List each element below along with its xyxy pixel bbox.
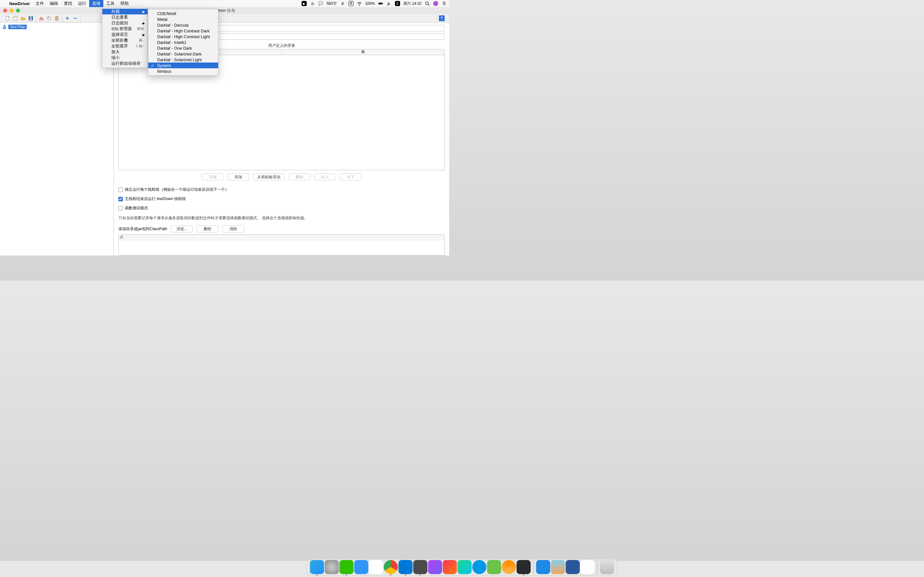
mi-zoomin[interactable]: 放大 <box>102 49 148 55</box>
themes-submenu: CDE/Motif Metal Darklaf - Darcula Darkla… <box>148 9 218 76</box>
paste-icon[interactable] <box>53 15 60 21</box>
menu-find[interactable]: 查找 <box>61 0 75 7</box>
sogou-icon[interactable]: S <box>395 1 400 6</box>
up-button[interactable]: 向上 <box>314 173 336 181</box>
theme-intellij[interactable]: Darklaf - IntelliJ <box>148 39 218 45</box>
check-independent[interactable]: 独立运行每个线程组（例如在一个组运行结束后启动下一个） <box>118 187 445 192</box>
theme-system[interactable]: ✓System <box>148 63 218 68</box>
svg-rect-6 <box>13 16 17 20</box>
tree-root-label: Test Plan <box>8 25 27 29</box>
options-dropdown: 外观▶ 日志查看 日志级别▶ SSL管理器⌘M 选择语言▶ 全部折叠⌘- 全部展… <box>102 7 148 68</box>
mi-logview[interactable]: 日志查看 <box>102 15 148 20</box>
svg-rect-16 <box>55 17 58 20</box>
clock[interactable]: 周六 14:32 <box>403 1 422 6</box>
collapse-icon[interactable] <box>72 15 78 21</box>
svg-rect-5 <box>6 16 9 20</box>
lib-table[interactable]: 库 <box>118 234 445 255</box>
titlebar: JMeter (5.5) <box>0 7 449 14</box>
mi-expand[interactable]: 全部展开⇧⌘- <box>102 43 148 49</box>
mi-autosave[interactable]: 运行前自动保存 <box>102 61 148 66</box>
add-clipboard-button[interactable]: 从剪贴板添加 <box>253 173 284 181</box>
lib-header: 库 <box>119 235 444 240</box>
cp-delete-button[interactable]: 删除 <box>197 226 218 232</box>
menubar-appname[interactable]: NewDriver <box>6 0 33 7</box>
down-button[interactable]: 向下 <box>340 173 362 181</box>
open-icon[interactable] <box>20 15 26 21</box>
theme-darcula[interactable]: Darklaf - Darcula <box>148 22 218 28</box>
menu-help[interactable]: 帮助 <box>118 0 132 7</box>
check-teardown[interactable]: 主线程结束后运行 tearDown 线程组 <box>118 196 445 201</box>
svg-rect-10 <box>30 19 32 20</box>
check-functional[interactable]: 函数测试模式 <box>118 205 445 211</box>
tree-panel[interactable]: Test Plan <box>0 23 114 255</box>
wechat-count: 583字 <box>326 1 337 6</box>
theme-cdemotif[interactable]: CDE/Motif <box>148 11 218 16</box>
help-icon[interactable]: ? <box>439 15 445 21</box>
expand-icon[interactable] <box>64 15 71 21</box>
close-button[interactable] <box>3 9 7 13</box>
functional-hint: 只有当你需要记录每个请求从服务器取得的数据到文件时才需要选择函数测试模式。 选择… <box>118 215 445 221</box>
status-icon-1[interactable]: ▶ <box>302 1 307 6</box>
zoom-button[interactable] <box>16 9 20 13</box>
theme-hclight[interactable]: Darklaf - High Contrast Light <box>148 34 218 39</box>
dnd-icon[interactable]: ⊘ <box>340 1 345 6</box>
classpath-label: 添加目录或jar包到ClassPath <box>118 226 167 232</box>
svg-line-4 <box>428 5 430 6</box>
theme-metal[interactable]: Metal <box>148 16 218 22</box>
wifi-icon[interactable] <box>357 1 362 6</box>
svg-rect-17 <box>56 16 57 17</box>
theme-nimbus[interactable]: Nimbus <box>148 68 218 74</box>
svg-rect-15 <box>48 17 51 20</box>
svg-rect-7 <box>14 17 15 18</box>
menu-file[interactable]: 文件 <box>33 0 47 7</box>
mi-ssl[interactable]: SSL管理器⌘M <box>102 26 148 32</box>
template-icon[interactable] <box>12 15 19 21</box>
theme-sollight[interactable]: Darklaf - Solarized Light <box>148 57 218 63</box>
menu-options[interactable]: 选项 <box>89 0 103 7</box>
tree-root-item[interactable]: Test Plan <box>2 24 111 29</box>
toolbar: ? <box>0 14 449 23</box>
add-button[interactable]: 添加 <box>228 173 249 181</box>
svg-rect-11 <box>30 17 32 18</box>
col-value: 值 <box>282 49 444 55</box>
siri-icon[interactable] <box>433 1 438 6</box>
theme-hcdark[interactable]: Darklaf - High Contrast Dark <box>148 28 218 34</box>
svg-point-3 <box>426 2 429 5</box>
delete-button[interactable]: 删除 <box>288 173 310 181</box>
svg-rect-8 <box>16 17 17 18</box>
minimize-button[interactable] <box>10 9 13 13</box>
new-icon[interactable] <box>5 15 11 21</box>
spotlight-icon[interactable] <box>425 1 430 6</box>
cp-clear-button[interactable]: 清除 <box>222 226 244 232</box>
browse-button[interactable]: 浏览... <box>171 226 193 232</box>
menu-edit[interactable]: 编辑 <box>47 0 61 7</box>
system-menubar: NewDriver 文件 编辑 查找 运行 选项 工具 帮助 ▶ ◎ 💬 583… <box>0 0 449 7</box>
wechat-icon[interactable]: 💬 <box>318 1 323 6</box>
save-icon[interactable] <box>27 15 34 21</box>
detail-button[interactable]: 详细 <box>202 173 224 181</box>
mi-appearance[interactable]: 外观▶ <box>102 9 148 15</box>
cut-icon[interactable] <box>38 15 45 21</box>
jmeter-window: JMeter (5.5) ? Test Plan <box>0 7 449 255</box>
mi-lang[interactable]: 选择语言▶ <box>102 32 148 37</box>
flask-icon <box>2 24 7 29</box>
battery-percent: 100% <box>365 1 375 6</box>
volume-icon[interactable]: 🔈 <box>387 1 392 6</box>
notification-center-icon[interactable]: ☰ <box>441 1 447 6</box>
mi-loglevel[interactable]: 日志级别▶ <box>102 20 148 26</box>
theme-onedark[interactable]: Darklaf - One Dark <box>148 45 218 51</box>
copy-icon[interactable] <box>46 15 52 21</box>
menu-tools[interactable]: 工具 <box>103 0 118 7</box>
status-icon-2[interactable]: ◎ <box>310 1 315 6</box>
mi-zoomout[interactable]: 缩小 <box>102 55 148 61</box>
battery-icon[interactable] <box>378 1 383 6</box>
theme-soldark[interactable]: Darklaf - Solarized Dark <box>148 51 218 57</box>
menu-run[interactable]: 运行 <box>75 0 89 7</box>
ime-indicator[interactable]: 英 <box>349 1 354 6</box>
mi-collapse[interactable]: 全部折叠⌘- <box>102 37 148 43</box>
